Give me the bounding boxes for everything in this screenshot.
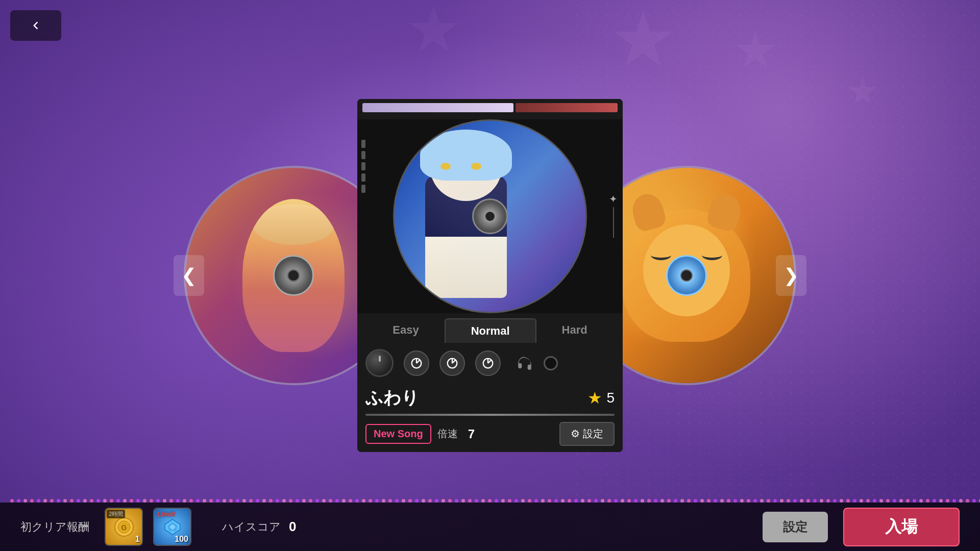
reward-badge-limit: Limit! <box>155 510 177 518</box>
headphone-icon <box>516 355 533 372</box>
adj-icon: ✦ <box>609 193 618 205</box>
speed-value: 7 <box>468 427 475 441</box>
prev-disc-button[interactable]: ❮ <box>174 255 204 296</box>
ctrl-btn-2[interactable] <box>439 350 465 376</box>
reward-coin-item: G 2時間 1 <box>105 508 143 546</box>
svg-text:G: G <box>121 523 127 532</box>
coin-icon: G <box>114 517 134 537</box>
song-stars: ★ 5 <box>587 388 615 408</box>
main-content: ❮ <box>0 0 980 551</box>
hi-score-label: ハイスコア <box>222 519 281 535</box>
new-song-badge[interactable]: New Song <box>365 424 431 444</box>
center-panel: ✦ Easy Normal Hard <box>357 99 623 452</box>
hi-score-value: 0 <box>289 519 296 535</box>
bar-left <box>362 103 513 112</box>
speed-label: 倍速 <box>437 427 458 441</box>
reward-coin-count: 1 <box>135 535 140 544</box>
reward-crystal-item: Limit! 100 <box>153 508 191 546</box>
volume-knob[interactable] <box>365 349 394 377</box>
adj-line <box>613 207 614 238</box>
chart-adjust: ✦ <box>609 193 618 240</box>
tab-normal[interactable]: Normal <box>445 318 536 343</box>
difficulty-tabs: Easy Normal Hard <box>357 318 623 343</box>
hi-score-section: ハイスコア 0 <box>222 519 742 535</box>
top-bars <box>357 99 623 114</box>
side-dots <box>361 140 365 193</box>
center-disc-area: ✦ <box>357 119 623 313</box>
bottom-settings-button[interactable]: 設定 <box>763 512 828 542</box>
bottom-action-row: New Song 倍速 7 ⚙ 設定 <box>357 417 623 452</box>
tab-hard[interactable]: Hard <box>536 318 613 343</box>
center-album-disc <box>393 119 587 313</box>
left-disc-hub <box>273 255 314 296</box>
star-icon: ★ <box>587 388 602 408</box>
center-disc-hub <box>472 198 508 234</box>
ctrl-btn-1[interactable] <box>404 350 429 376</box>
back-button[interactable] <box>10 10 61 41</box>
song-title: ふわり <box>365 386 419 410</box>
next-disc-button[interactable]: ❯ <box>776 255 806 296</box>
reward-badge-time: 2時間 <box>107 510 125 518</box>
ctrl-btn-3[interactable] <box>475 350 501 376</box>
dot-row <box>0 497 980 502</box>
right-disc-hub <box>666 255 707 296</box>
first-clear-label: 初クリア報酬 <box>20 519 89 535</box>
crystal-icon <box>162 517 183 537</box>
reward-crystal-count: 100 <box>175 535 188 544</box>
bottom-bar: 初クリア報酬 G 2時間 1 Limit! 100 ハイスコア 0 設定 入場 <box>0 503 980 551</box>
song-settings-button[interactable]: ⚙ 設定 <box>559 422 615 446</box>
back-icon <box>28 18 43 33</box>
enter-button[interactable]: 入場 <box>843 508 960 546</box>
controls-row <box>357 343 623 383</box>
sep-line <box>365 414 615 416</box>
circle-control[interactable] <box>544 356 558 370</box>
bar-right <box>516 103 618 112</box>
tab-easy[interactable]: Easy <box>367 318 444 343</box>
song-info-row: ふわり ★ 5 <box>357 383 623 414</box>
star-count: 5 <box>606 390 615 406</box>
